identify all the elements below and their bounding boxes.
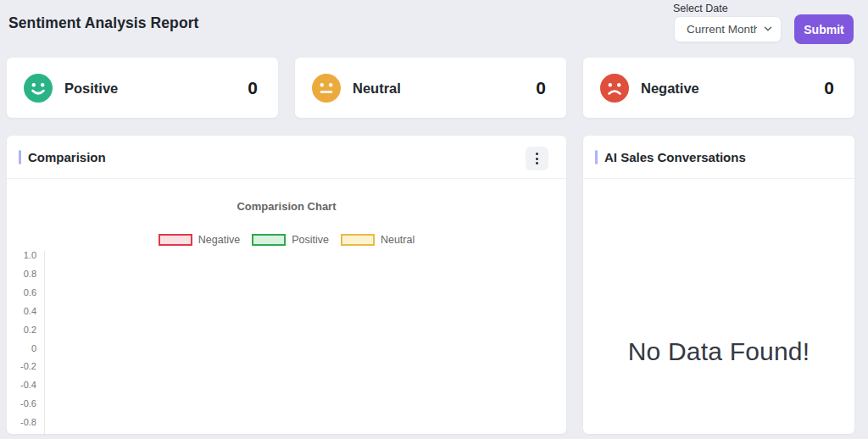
conversations-panel: AI Sales Conversations No Data Found! [583, 136, 854, 434]
submit-button[interactable]: Submit [794, 14, 854, 44]
stat-label: Neutral [353, 80, 401, 96]
chart-title: Comparision Chart [7, 200, 566, 213]
y-tick: 0 [6, 343, 36, 353]
comparison-panel-header: Comparision [7, 136, 566, 179]
page-title: Sentiment Analysis Report [8, 14, 199, 32]
y-tick: -0.2 [6, 361, 36, 371]
y-tick: 0.2 [6, 325, 36, 335]
smile-icon [24, 74, 53, 103]
comparison-panel-title: Comparision [28, 150, 106, 164]
comparison-panel: Comparision Comparision Chart NegativePo… [7, 136, 566, 434]
conversations-panel-title: AI Sales Conversations [604, 150, 746, 164]
sentiment-dashboard: Sentiment Analysis Report Select Date Cu… [0, 0, 868, 439]
stat-label: Negative [641, 80, 699, 96]
chart-axis-line [44, 251, 45, 434]
conversations-panel-header: AI Sales Conversations [583, 136, 854, 179]
y-tick: 0.8 [6, 269, 36, 279]
stat-value: 0 [824, 78, 834, 98]
y-tick: 1.0 [6, 250, 36, 260]
stat-card-negative: Negative 0 [583, 58, 854, 118]
date-select[interactable]: Current Month [674, 16, 782, 42]
stat-label: Positive [64, 80, 118, 96]
stat-card-neutral: Neutral 0 [295, 58, 566, 118]
legend-item-neutral[interactable]: Neutral [341, 234, 415, 246]
stat-value: 0 [248, 78, 258, 98]
y-tick: 0.6 [6, 287, 36, 297]
y-tick: -0.6 [6, 398, 36, 408]
stat-card-positive: Positive 0 [7, 58, 278, 118]
legend-label: Neutral [381, 234, 415, 246]
legend-swatch [252, 234, 286, 246]
chart-y-axis: 1.00.80.60.40.20-0.2-0.4-0.6-0.8 [7, 136, 37, 434]
legend-item-negative[interactable]: Negative [159, 234, 240, 246]
select-date-label: Select Date [673, 3, 728, 14]
legend-label: Negative [198, 234, 240, 246]
y-tick: -0.4 [6, 380, 36, 390]
meh-icon [312, 74, 341, 103]
kebab-menu-icon[interactable] [526, 147, 548, 170]
legend-item-positive[interactable]: Positive [252, 234, 329, 246]
frown-icon [600, 74, 629, 103]
legend-label: Positive [292, 234, 329, 246]
no-data-message: No Data Found! [583, 337, 854, 366]
stat-value: 0 [536, 78, 546, 98]
y-tick: 0.4 [6, 306, 36, 316]
accent-bar [595, 150, 598, 164]
y-tick: -0.8 [6, 417, 36, 427]
legend-swatch [159, 234, 192, 246]
legend-swatch [341, 234, 375, 246]
chart-legend: NegativePositiveNeutral [7, 234, 566, 246]
date-select-wrap: Current Month [674, 16, 782, 42]
